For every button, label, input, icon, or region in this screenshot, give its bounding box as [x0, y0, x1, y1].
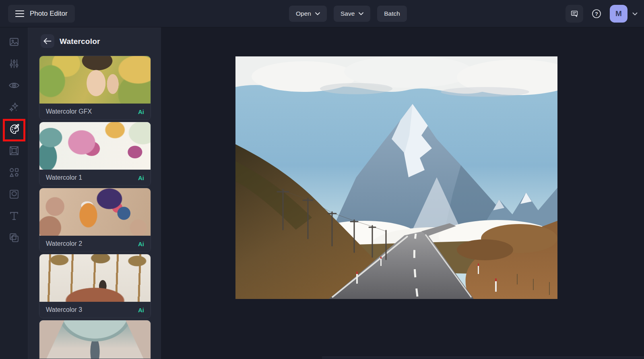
topbar-center-actions: Open Save Batch [289, 6, 407, 22]
chevron-down-icon [315, 12, 320, 15]
svg-text:?: ? [595, 11, 598, 17]
app-menu-button[interactable]: Photo Editor [8, 5, 75, 23]
canvas-photo[interactable] [235, 56, 557, 299]
mountain-road-image [235, 56, 557, 299]
menu-icon [15, 10, 24, 17]
back-arrow-icon [43, 38, 52, 44]
canvas-area[interactable]: 41% [161, 27, 644, 359]
feedback-button[interactable] [566, 5, 583, 23]
tool-rail [0, 27, 28, 359]
effect-card-watercolor-2[interactable]: Watercolor 2 Ai [39, 188, 151, 252]
shapes-icon[interactable] [8, 166, 21, 179]
effect-thumbnail [39, 56, 151, 104]
avatar[interactable]: M [610, 5, 627, 23]
effect-thumbnail [39, 320, 151, 359]
save-button[interactable]: Save [334, 6, 370, 22]
bottom-toolbar: 41% [322, 357, 644, 359]
effect-card-watercolor-1[interactable]: Watercolor 1 Ai [39, 122, 151, 186]
help-button[interactable]: ? [588, 5, 605, 22]
effect-label: Watercolor 3 [46, 306, 82, 313]
panel-header: Watercolor [28, 27, 161, 56]
ai-badge: Ai [138, 174, 144, 181]
collage-icon[interactable] [8, 231, 21, 244]
back-button[interactable] [41, 34, 54, 48]
open-button[interactable]: Open [289, 6, 327, 22]
ai-badge: Ai [138, 241, 144, 247]
feedback-icon [570, 9, 579, 18]
effect-label: Watercolor GFX [46, 108, 92, 115]
help-icon: ? [591, 8, 602, 19]
image-icon[interactable] [8, 35, 21, 48]
avatar-chevron-icon[interactable] [632, 12, 638, 16]
adjust-sliders-icon[interactable] [8, 57, 21, 70]
palette-icon[interactable] [8, 122, 21, 135]
ai-sparkles-icon[interactable] [8, 101, 21, 114]
effect-card-watercolor-3[interactable]: Watercolor 3 Ai [39, 254, 151, 318]
top-bar: Photo Editor Open Save Batch ? [0, 0, 644, 27]
mosaic-icon[interactable] [8, 188, 21, 201]
topbar-right-actions: ? M [566, 5, 638, 23]
effect-card-watercolor-gfx[interactable]: Watercolor GFX Ai [39, 56, 151, 120]
app-title: Photo Editor [30, 10, 68, 18]
chevron-down-icon [359, 12, 363, 15]
panel-title: Watercolor [60, 27, 100, 56]
effect-label: Watercolor 1 [46, 174, 82, 181]
effect-thumbnail [39, 122, 151, 170]
ai-badge: Ai [138, 307, 144, 313]
effect-label: Watercolor 2 [46, 240, 82, 247]
eye-icon[interactable] [8, 79, 21, 92]
batch-button[interactable]: Batch [377, 6, 407, 22]
effect-thumbnail [39, 188, 151, 237]
frame-icon[interactable] [8, 144, 21, 157]
effects-panel: Watercolor Watercolor GFX Ai Watercolor … [28, 27, 161, 359]
effect-card-watercolor-4[interactable] [39, 320, 151, 359]
effect-thumbnail [39, 254, 151, 303]
text-icon[interactable] [8, 210, 21, 222]
ai-badge: Ai [138, 108, 144, 115]
effects-list: Watercolor GFX Ai Watercolor 1 Ai Waterc… [39, 56, 151, 359]
